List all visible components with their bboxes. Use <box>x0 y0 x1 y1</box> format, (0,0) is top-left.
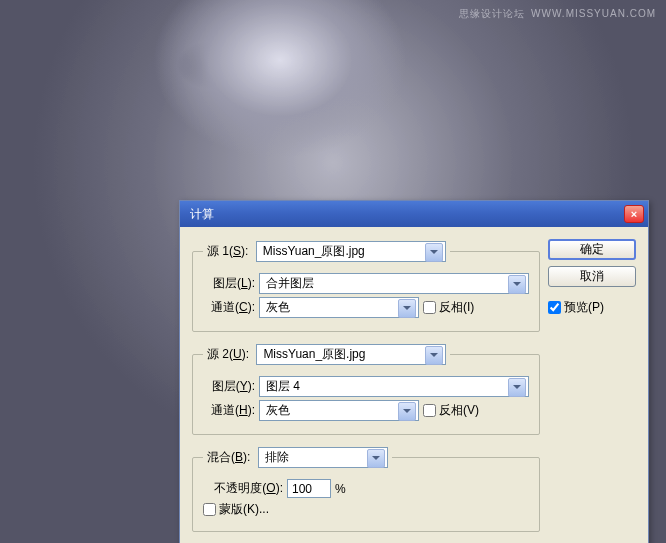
watermark: 思缘设计论坛WWW.MISSYUAN.COM <box>453 6 656 21</box>
source2-legend: 源 2(U): MissYuan_原图.jpg <box>203 344 450 365</box>
source1-invert-input[interactable] <box>423 301 436 314</box>
source1-invert-checkbox[interactable]: 反相(I) <box>423 299 474 316</box>
source2-channel-label: 通道(H): <box>203 402 255 419</box>
blend-mode-select[interactable]: 排除 <box>258 447 388 468</box>
dialog-title: 计算 <box>184 206 624 223</box>
source2-layer-select[interactable]: 图层 4 <box>259 376 529 397</box>
preview-checkbox[interactable]: 预览(P) <box>548 299 636 316</box>
source1-file-select[interactable]: MissYuan_原图.jpg <box>256 241 446 262</box>
titlebar[interactable]: 计算 × <box>180 201 648 227</box>
source2-invert-input[interactable] <box>423 404 436 417</box>
source1-legend: 源 1(S): MissYuan_原图.jpg <box>203 241 450 262</box>
calculations-dialog: 计算 × 源 1(S): MissYuan_原图.jpg 图层(L): 合并图层… <box>179 200 649 543</box>
source2-group: 源 2(U): MissYuan_原图.jpg 图层(Y): 图层 4 通道(H… <box>192 344 540 435</box>
source1-layer-label: 图层(L): <box>203 275 255 292</box>
source2-file-select[interactable]: MissYuan_原图.jpg <box>256 344 446 365</box>
source2-channel-select[interactable]: 灰色 <box>259 400 419 421</box>
preview-input[interactable] <box>548 301 561 314</box>
close-button[interactable]: × <box>624 205 644 223</box>
opacity-input[interactable] <box>287 479 331 498</box>
mask-input[interactable] <box>203 503 216 516</box>
blending-legend: 混合(B): 排除 <box>203 447 392 468</box>
mask-checkbox[interactable]: 蒙版(K)... <box>203 501 269 518</box>
opacity-label: 不透明度(O): <box>203 480 283 497</box>
source2-layer-label: 图层(Y): <box>203 378 255 395</box>
source1-group: 源 1(S): MissYuan_原图.jpg 图层(L): 合并图层 通道(C… <box>192 241 540 332</box>
cancel-button[interactable]: 取消 <box>548 266 636 287</box>
source1-channel-select[interactable]: 灰色 <box>259 297 419 318</box>
source2-invert-checkbox[interactable]: 反相(V) <box>423 402 479 419</box>
source1-layer-select[interactable]: 合并图层 <box>259 273 529 294</box>
percent-label: % <box>335 482 346 496</box>
blending-group: 混合(B): 排除 不透明度(O): % 蒙版(K)... <box>192 447 540 532</box>
ok-button[interactable]: 确定 <box>548 239 636 260</box>
source1-channel-label: 通道(C): <box>203 299 255 316</box>
